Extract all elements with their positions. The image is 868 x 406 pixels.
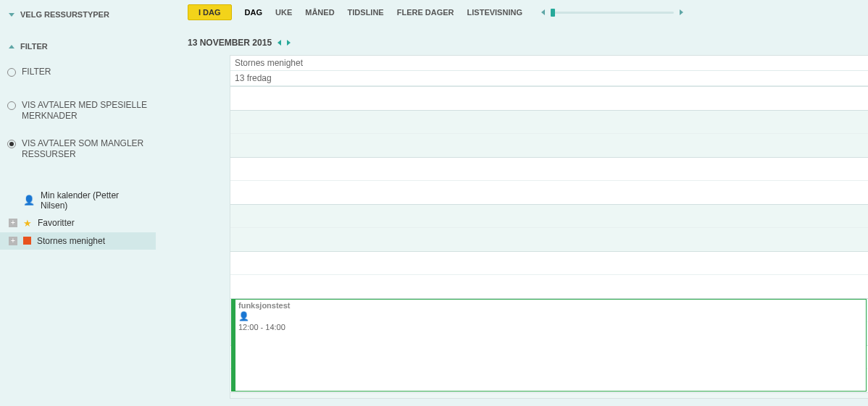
prev-day-button[interactable] [277,40,281,46]
resource-types-label: VELG RESSURSTYPER [20,10,109,19]
slider-thumb[interactable] [551,9,555,17]
resource-types-toggle[interactable]: VELG RESSURSTYPER [0,6,156,23]
main: I DAG DAG UKE MÅNED TIDSLINE FLERE DAGER… [156,0,868,406]
toolbar: I DAG DAG UKE MÅNED TIDSLINE FLERE DAGER… [156,0,868,25]
filter-option-filter[interactable]: FILTER [0,62,156,83]
person-icon: 👤 [23,195,35,206]
calendar-item-favorites[interactable]: + ★ Favoritter [0,214,156,232]
person-icon: 👤 [238,311,249,321]
grid-slot[interactable] [230,87,868,111]
calendar-item-label: Stornes menighet [37,236,105,246]
view-day[interactable]: DAG [245,8,262,17]
filter-section-label: FILTER [20,42,48,51]
chevron-down-icon [9,13,14,17]
event-meta: 👤 [238,311,863,321]
star-icon: ★ [23,218,32,229]
calendar-item-stornes[interactable]: + Stornes menighet [0,232,156,250]
column-title: Stornes menighet [230,56,868,71]
grid-slot[interactable] [230,275,868,299]
filter-option-special-remarks[interactable]: VIS AVTALER MED SPESIELLE MERKNADER [0,96,156,127]
chevron-up-icon [9,45,14,48]
radio-icon [7,68,16,77]
grid-slot[interactable] [230,158,868,182]
grid-slot[interactable] [230,205,868,229]
date-header: 13 NOVEMBER 2015 [156,25,868,55]
filter-option-missing-resources[interactable]: VIS AVTALER SOM MANGLER RESSURSER [0,134,156,165]
view-timeline[interactable]: TIDSLINE [348,8,384,17]
today-button[interactable]: I DAG [188,4,232,20]
event-title: funksjonstest [238,301,863,310]
event-time: 12:00 - 14:00 [238,323,863,331]
calendar-item-label: Min kalender (Petter Nilsen) [41,190,147,211]
triangle-right-icon[interactable] [680,9,683,15]
calendar-grid: Stornes menighet 13 fredag 08:00 09:00 1… [230,55,868,399]
column-header: Stornes menighet 13 fredag [230,56,868,87]
grid-slot[interactable] [230,393,868,399]
calendar-item-mine[interactable]: 👤 Min kalender (Petter Nilsen) [0,187,156,214]
grid-slot[interactable] [230,252,868,276]
expand-icon[interactable]: + [9,237,17,245]
expand-icon[interactable]: + [9,219,17,227]
view-month[interactable]: MÅNED [305,8,334,17]
radio-icon [7,101,16,110]
view-multidays[interactable]: FLERE DAGER [397,8,454,17]
sidebar: VELG RESSURSTYPER FILTER FILTER VIS AVTA… [0,0,156,406]
filter-option-label: FILTER [22,67,51,78]
grid-body[interactable]: funksjonstest 👤 12:00 - 14:00 [230,87,868,398]
grid-slot[interactable] [230,111,868,135]
slider-track[interactable] [551,12,674,14]
grid-slot[interactable] [230,228,868,252]
filter-section-toggle[interactable]: FILTER [0,38,156,55]
grid-slot[interactable] [230,181,868,205]
next-day-button[interactable] [287,40,291,46]
view-week[interactable]: UKE [275,8,292,17]
filter-option-label: VIS AVTALER SOM MANGLER RESSURSER [22,138,147,161]
grid-slot[interactable] [230,134,868,158]
filter-option-label: VIS AVTALER MED SPESIELLE MERKNADER [22,100,147,122]
calendar-list: 👤 Min kalender (Petter Nilsen) + ★ Favor… [0,187,156,250]
column-subtitle: 13 fredag [230,71,868,86]
date-header-text: 13 NOVEMBER 2015 [188,38,272,48]
square-icon [23,237,31,245]
view-list[interactable]: LISTEVISNING [467,8,522,17]
calendar-item-label: Favoritter [38,218,75,228]
radio-icon [7,140,16,148]
zoom-slider[interactable] [541,9,683,15]
triangle-left-icon[interactable] [541,9,545,15]
calendar-event[interactable]: funksjonstest 👤 12:00 - 14:00 [231,299,867,392]
hours-area[interactable]: 08:00 09:00 10:00 11:00 12:00 13:00 14:0… [230,87,868,398]
